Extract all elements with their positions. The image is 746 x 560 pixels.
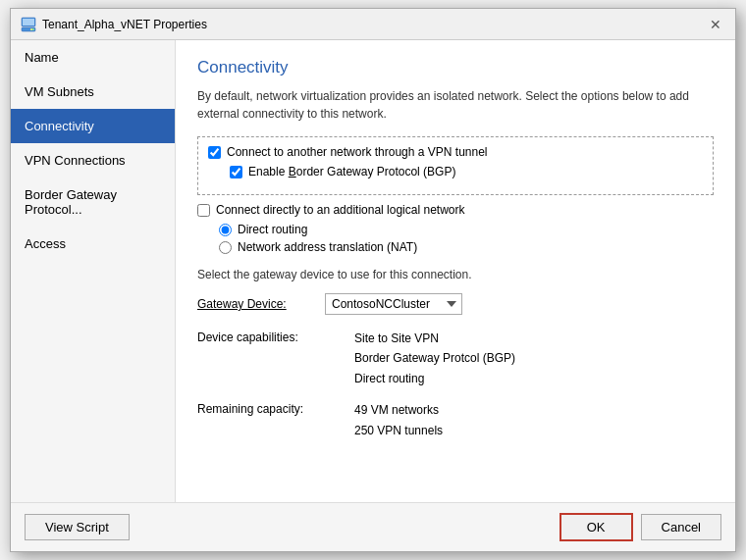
- sidebar-item-access[interactable]: Access: [11, 227, 175, 261]
- vpn-tunnel-checkbox[interactable]: [208, 146, 221, 159]
- bgp-row: Enable Border Gateway Protocol (BGP): [230, 165, 703, 178]
- nat-label[interactable]: Network address translation (NAT): [238, 240, 417, 254]
- sidebar-item-vpn-connections[interactable]: VPN Connections: [11, 143, 175, 178]
- routing-options-indent: Direct routing Network address translati…: [219, 223, 714, 254]
- direct-routing-radio[interactable]: [219, 224, 232, 236]
- gateway-device-row: Gateway Device: ContosoNCCluster: [197, 293, 714, 315]
- rem-value-1: 49 VM networks: [354, 400, 443, 420]
- dialog-footer: View Script OK Cancel: [11, 502, 735, 551]
- main-content: Connectivity By default, network virtual…: [176, 40, 735, 502]
- sidebar: Name VM Subnets Connectivity VPN Connect…: [11, 40, 176, 502]
- description-text: By default, network virtualization provi…: [197, 87, 714, 123]
- title-bar: Tenant_Alpha_vNET Properties ✕: [11, 9, 735, 40]
- vpn-dashed-box: Connect to another network through a VPN…: [197, 136, 714, 195]
- sidebar-item-name[interactable]: Name: [11, 40, 175, 75]
- gateway-instruction: Select the gateway device to use for thi…: [197, 266, 714, 283]
- dialog-body: Name VM Subnets Connectivity VPN Connect…: [11, 40, 735, 502]
- remaining-capacity-section: Remaining capacity: 49 VM networks 250 V…: [197, 400, 714, 440]
- direct-routing-label[interactable]: Direct routing: [238, 223, 307, 236]
- device-cap-label: Device capabilities:: [197, 329, 354, 388]
- properties-dialog: Tenant_Alpha_vNET Properties ✕ Name VM S…: [10, 8, 736, 552]
- view-script-button[interactable]: View Script: [25, 514, 130, 540]
- logical-network-row: Connect directly to an additional logica…: [197, 203, 714, 217]
- title-bar-left: Tenant_Alpha_vNET Properties: [21, 17, 207, 32]
- gateway-device-select[interactable]: ContosoNCCluster: [325, 293, 462, 315]
- logical-network-checkbox[interactable]: [197, 204, 210, 217]
- logical-network-label[interactable]: Connect directly to an additional logica…: [216, 203, 464, 217]
- footer-left: View Script: [25, 514, 130, 540]
- device-capabilities-section: Device capabilities: Site to Site VPN Bo…: [197, 329, 714, 388]
- svg-point-4: [30, 28, 32, 30]
- close-button[interactable]: ✕: [706, 15, 725, 34]
- cap-value-2: Border Gateway Protcol (BGP): [354, 348, 515, 368]
- bgp-checkbox[interactable]: [230, 166, 242, 178]
- device-cap-values: Site to Site VPN Border Gateway Protcol …: [354, 329, 515, 388]
- vpn-tunnel-row: Connect to another network through a VPN…: [208, 145, 703, 159]
- rem-value-2: 250 VPN tunnels: [354, 421, 443, 440]
- remaining-cap-values: 49 VM networks 250 VPN tunnels: [354, 400, 443, 440]
- cancel-button[interactable]: Cancel: [641, 514, 721, 540]
- svg-rect-1: [23, 19, 34, 25]
- gateway-device-label: Gateway Device:: [197, 297, 315, 311]
- dialog-title: Tenant_Alpha_vNET Properties: [42, 18, 207, 31]
- cap-value-1: Site to Site VPN: [354, 329, 515, 348]
- sidebar-item-vm-subnets[interactable]: VM Subnets: [11, 75, 175, 109]
- vpn-tunnel-label[interactable]: Connect to another network through a VPN…: [227, 145, 488, 159]
- dialog-icon: [21, 17, 36, 32]
- direct-routing-row: Direct routing: [219, 223, 714, 236]
- cap-value-3: Direct routing: [354, 369, 515, 388]
- sidebar-item-border-gateway[interactable]: Border Gateway Protocol...: [11, 178, 175, 227]
- footer-right: OK Cancel: [560, 513, 721, 541]
- svg-point-3: [32, 28, 34, 30]
- remaining-cap-label: Remaining capacity:: [197, 400, 354, 440]
- ok-button[interactable]: OK: [560, 513, 633, 541]
- logical-network-group: Connect directly to an additional logica…: [197, 203, 714, 254]
- bgp-label: Enable Border Gateway Protocol (BGP): [248, 165, 455, 178]
- sidebar-item-connectivity[interactable]: Connectivity: [11, 109, 175, 143]
- nat-row: Network address translation (NAT): [219, 240, 714, 254]
- nat-radio[interactable]: [219, 241, 232, 254]
- section-title: Connectivity: [197, 58, 714, 77]
- bgp-indent: Enable Border Gateway Protocol (BGP): [230, 165, 703, 178]
